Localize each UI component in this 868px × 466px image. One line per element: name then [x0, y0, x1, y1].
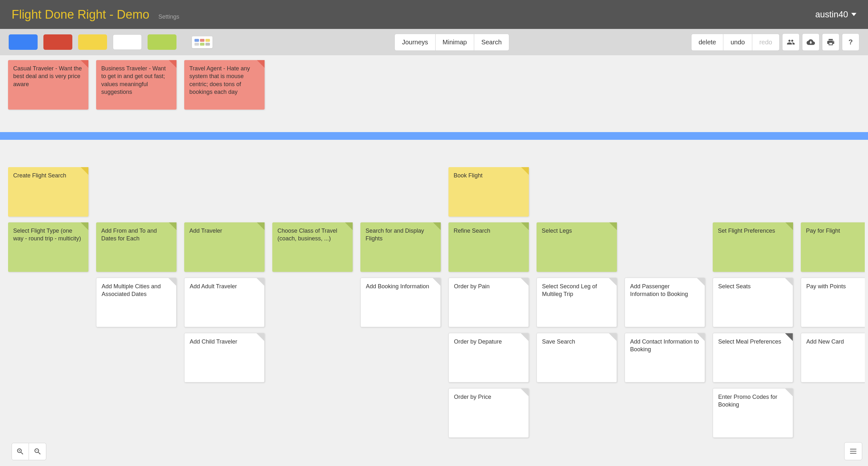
cloud-download-button[interactable]: [802, 33, 819, 51]
dog-ear-icon: [697, 333, 705, 341]
zoom-out-button[interactable]: [29, 443, 46, 460]
activity-card[interactable]: Refine Search: [448, 222, 529, 272]
dog-ear-icon: [521, 167, 529, 175]
story-label: Select Second Leg of Multileg Trip: [542, 283, 597, 297]
tab-search[interactable]: Search: [474, 34, 509, 51]
color-swatch-blue[interactable]: [9, 34, 38, 50]
story-card[interactable]: Select Second Leg of Multileg Trip: [536, 278, 617, 327]
dog-ear-icon: [521, 222, 529, 230]
story-card[interactable]: Save Search: [536, 333, 617, 382]
activity-card[interactable]: Set Flight Preferences: [713, 222, 793, 272]
story-card[interactable]: Order by Price: [448, 388, 529, 438]
story-column: Set Flight PreferencesSelect SeatsSelect…: [713, 167, 793, 443]
dog-ear-icon: [609, 333, 617, 341]
epic-card[interactable]: Create Flight Search: [8, 167, 88, 217]
story-card[interactable]: Enter Promo Codes for Booking: [713, 388, 793, 438]
story-card[interactable]: Add Adult Traveler: [184, 278, 265, 327]
delete-button[interactable]: delete: [691, 34, 724, 51]
story-column: Add From and To and Dates for EachAdd Mu…: [96, 167, 177, 333]
arrange-button[interactable]: [844, 442, 862, 460]
story-label: Add New Card: [806, 338, 844, 345]
color-swatch-white[interactable]: [113, 34, 142, 50]
story-slot: Pay with Points: [801, 278, 865, 330]
activity-slot: Pay for Flight: [801, 222, 865, 275]
top-navbar: Flight Done Right - Demo Settings austin…: [0, 0, 868, 29]
tab-journeys[interactable]: Journeys: [395, 34, 435, 51]
persona-card[interactable]: Casual Traveler - Want the best deal and…: [8, 60, 88, 110]
zoom-out-icon: [33, 447, 42, 456]
story-card[interactable]: Add Child Traveler: [184, 333, 265, 382]
redo-button[interactable]: redo: [752, 34, 780, 51]
activity-card[interactable]: Pay for Flight: [801, 222, 865, 272]
story-label: Order by Depature: [454, 338, 502, 345]
story-slot: Order by Depature: [448, 333, 529, 385]
activity-card[interactable]: Add From and To and Dates for Each: [96, 222, 177, 272]
story-slot: Select Second Leg of Multileg Trip: [536, 278, 617, 330]
dog-ear-icon: [256, 333, 264, 341]
dog-ear-icon: [609, 278, 617, 286]
release-divider[interactable]: [0, 132, 868, 140]
help-icon: ?: [848, 38, 852, 46]
story-card[interactable]: Add Passenger Information to Booking: [625, 278, 705, 327]
story-card[interactable]: Order by Depature: [448, 333, 529, 382]
dog-ear-icon: [785, 389, 793, 396]
epic-card[interactable]: Book Flight: [448, 167, 529, 217]
activity-card[interactable]: Add Traveler: [184, 222, 265, 272]
story-card[interactable]: Add Booking Information: [361, 278, 441, 327]
activity-slot: Set Flight Preferences: [713, 222, 793, 275]
story-column: Add Passenger Information to BookingAdd …: [625, 167, 705, 388]
zoom-in-button[interactable]: [11, 443, 29, 460]
epic-slot: [801, 167, 865, 219]
help-button[interactable]: ?: [842, 33, 859, 51]
epic-slot: [536, 167, 617, 219]
story-slot: Select Meal Preferences: [713, 333, 793, 385]
story-card[interactable]: Add Contact Information to Booking: [625, 333, 705, 382]
persona-card[interactable]: Travel Agent - Hate any system that is m…: [184, 60, 265, 110]
share-button[interactable]: [782, 33, 800, 51]
dog-ear-icon: [521, 333, 528, 341]
dog-ear-icon: [169, 222, 177, 230]
activity-slot: Choose Class of Travel (coach, business,…: [272, 222, 353, 275]
story-card[interactable]: Add Multiple Cities and Associated Dates: [96, 278, 177, 327]
story-card[interactable]: Order by Pain: [448, 278, 529, 327]
story-column: Pay for FlightPay with PointsAdd New Car…: [801, 167, 865, 388]
story-label: Save Search: [542, 338, 575, 345]
palette-picker-icon[interactable]: [192, 36, 213, 48]
color-swatch-yellow[interactable]: [78, 34, 107, 50]
activity-card[interactable]: Select Flight Type (one way - round trip…: [8, 222, 88, 272]
settings-link[interactable]: Settings: [158, 13, 179, 20]
story-label: Select Meal Preferences: [718, 338, 781, 345]
epic-slot: [184, 167, 265, 219]
story-card[interactable]: Pay with Points: [801, 278, 865, 327]
story-label: Pay with Points: [806, 283, 846, 289]
dog-ear-icon: [81, 222, 88, 230]
undo-button[interactable]: undo: [723, 34, 752, 51]
list-icon: [849, 447, 858, 456]
color-swatch-red[interactable]: [43, 34, 72, 50]
activity-label: Refine Search: [454, 227, 490, 234]
story-card[interactable]: Select Meal Preferences: [713, 333, 793, 382]
persona-card[interactable]: Business Traveler - Want to get in and g…: [96, 60, 177, 110]
dog-ear-icon: [81, 60, 88, 68]
tab-minimap[interactable]: Minimap: [436, 34, 474, 51]
personas-row: Casual Traveler - Want the best deal and…: [8, 60, 865, 110]
dog-ear-icon: [521, 389, 528, 396]
color-swatch-green[interactable]: [148, 34, 177, 50]
activity-card[interactable]: Search for and Display Flights: [361, 222, 441, 272]
story-slot: Add Adult Traveler: [184, 278, 265, 330]
dog-ear-icon: [168, 278, 176, 286]
story-slot: Select Seats: [713, 278, 793, 330]
activity-label: Search for and Display Flights: [366, 227, 424, 242]
activity-card[interactable]: Select Legs: [536, 222, 617, 272]
user-menu[interactable]: austin40: [815, 10, 857, 20]
story-slot: Add Passenger Information to Booking: [625, 278, 705, 330]
activity-label: Select Flight Type (one way - round trip…: [13, 227, 81, 242]
story-card[interactable]: Add New Card: [801, 333, 865, 382]
story-map-canvas[interactable]: Casual Traveler - Want the best deal and…: [0, 55, 868, 466]
activity-slot: Refine Search: [448, 222, 529, 275]
activity-label: Add From and To and Dates for Each: [101, 227, 157, 242]
activity-card[interactable]: Choose Class of Travel (coach, business,…: [272, 222, 353, 272]
story-card[interactable]: Select Seats: [713, 278, 793, 327]
print-button[interactable]: [822, 33, 839, 51]
toolbar-left: [9, 34, 213, 50]
